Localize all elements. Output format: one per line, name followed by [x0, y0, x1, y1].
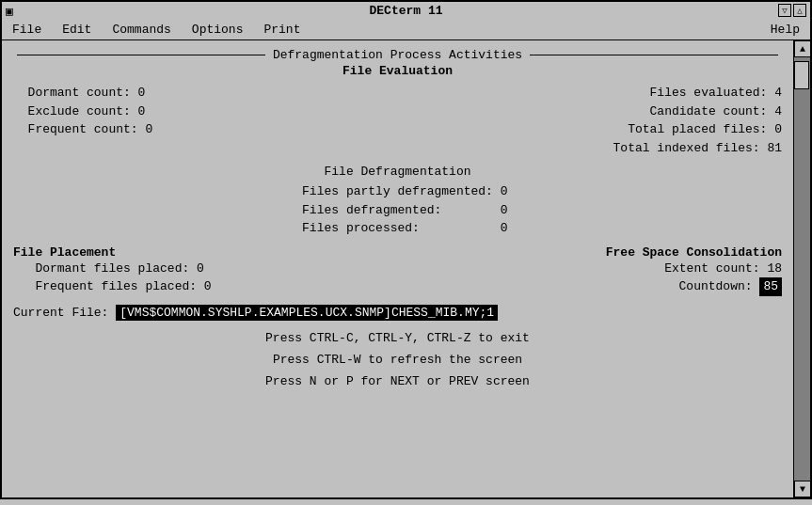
left-stats: Dormant count: 0 Exclude count: 0 Freque… [13, 84, 398, 157]
defrag-line-3: Files processed: 0 [13, 219, 782, 238]
minimize-button[interactable]: ▽ [778, 4, 791, 17]
defrag-line-2: Files defragmented: 0 [13, 201, 782, 220]
scroll-up-button[interactable]: ▲ [794, 40, 811, 57]
menu-edit[interactable]: Edit [59, 22, 94, 38]
dormant-files-placed: Dormant files placed: 0 [13, 260, 398, 278]
right-stat-4: Total indexed files: 81 [398, 139, 783, 158]
terminal-area: Defragmentation Process Activities File … [2, 40, 793, 497]
menu-commands[interactable]: Commands [109, 22, 173, 38]
right-stat-3: Total placed files: 0 [398, 120, 783, 139]
right-stat-1: Files evaluated: 4 [398, 84, 783, 103]
placement-right: Free Space Consolidation Extent count: 1… [398, 245, 783, 296]
countdown-line: Countdown: 85 [398, 277, 783, 296]
instruction-3: Press N or P for NEXT or PREV screen [13, 371, 782, 392]
left-stat-3: Frequent count: 0 [13, 120, 398, 139]
window-title: DECterm 11 [369, 4, 442, 18]
menu-bar: File Edit Commands Options Print Help [0, 20, 812, 39]
frequent-files-placed: Frequent files placed: 0 [13, 277, 398, 296]
menu-help[interactable]: Help [768, 22, 803, 38]
menu-options[interactable]: Options [189, 22, 247, 38]
current-file-section: Current File: [VMS$COMMON.SYSHLP.EXAMPLE… [13, 306, 782, 320]
left-stat-2: Exclude count: 0 [13, 103, 398, 121]
defrag-lines: Files partly defragmented: 0 Files defra… [13, 182, 782, 238]
right-stats: Files evaluated: 4 Candidate count: 4 To… [398, 84, 783, 157]
instructions-section: Press CTRL-C, CTRL-Y, CTRL-Z to exit Pre… [13, 327, 782, 393]
current-file-value: [VMS$COMMON.SYSHLP.EXAMPLES.UCX.SNMP]CHE… [116, 305, 498, 321]
menu-print[interactable]: Print [261, 22, 303, 38]
menu-file[interactable]: File [9, 22, 44, 38]
left-stat-1: Dormant count: 0 [13, 84, 398, 103]
title-left-icon[interactable]: ▣ [6, 4, 13, 19]
placement-section: File Placement Dormant files placed: 0 F… [13, 245, 782, 296]
placement-left: File Placement Dormant files placed: 0 F… [13, 245, 398, 296]
main-window: Defragmentation Process Activities File … [0, 39, 812, 499]
defrag-section: File Defragmentation Files partly defrag… [13, 165, 782, 238]
scrollbar: ▲ ▼ [793, 40, 810, 497]
instruction-1: Press CTRL-C, CTRL-Y, CTRL-Z to exit [13, 327, 782, 349]
main-title: Defragmentation Process Activities [269, 48, 526, 62]
maximize-button[interactable]: △ [793, 4, 806, 17]
current-file-label: Current File: [13, 306, 108, 320]
scroll-down-button[interactable]: ▼ [794, 481, 811, 497]
defrag-line-1: Files partly defragmented: 0 [13, 182, 782, 201]
countdown-value: 85 [759, 277, 782, 296]
extent-count: Extent count: 18 [398, 260, 783, 278]
free-space-title: Free Space Consolidation [398, 245, 783, 260]
file-eval-section: Dormant count: 0 Exclude count: 0 Freque… [13, 84, 782, 157]
instruction-2: Press CTRL-W to refresh the screen [13, 349, 782, 371]
subtitle: File Evaluation [13, 64, 782, 78]
defrag-title: File Defragmentation [13, 165, 782, 179]
placement-left-title: File Placement [13, 245, 398, 260]
main-title-section: Defragmentation Process Activities File … [13, 48, 782, 78]
title-bar: ▣ DECterm 11 ▽ △ [0, 0, 812, 20]
scroll-track[interactable] [794, 57, 810, 481]
scroll-thumb[interactable] [794, 61, 809, 89]
right-stat-2: Candidate count: 4 [398, 103, 783, 121]
